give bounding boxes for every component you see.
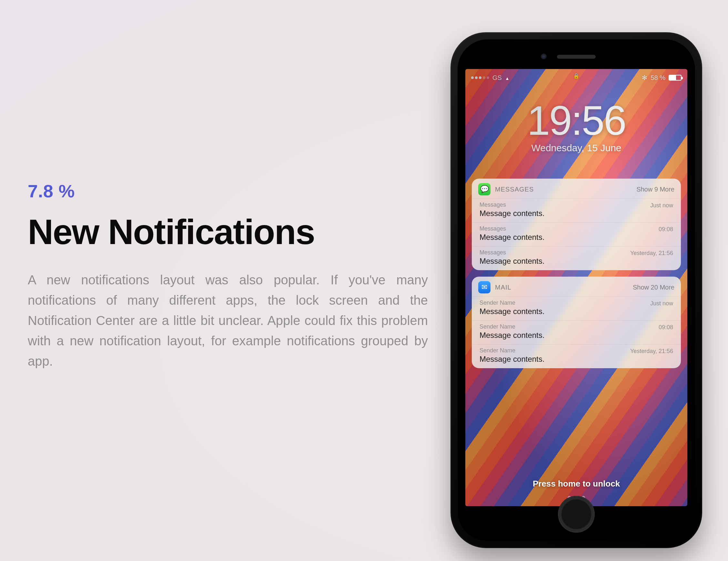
bluetooth-icon: ✻ <box>642 74 647 82</box>
clock-date: Wednesday, 15 June <box>465 143 687 154</box>
notif-body: Message contents. <box>480 307 673 316</box>
group-label: MAIL <box>495 284 628 291</box>
notif-body: Message contents. <box>480 209 673 218</box>
notif-time: Yesterday, 21:56 <box>630 348 673 355</box>
stat-percent: 7.8 % <box>28 181 428 202</box>
notif-sender: Sender Name <box>480 299 673 306</box>
notif-body: Message contents. <box>480 257 673 266</box>
notification-row[interactable]: Messages Message contents. Yesterday, 21… <box>472 246 681 270</box>
carrier-label: GS <box>492 74 502 82</box>
signal-dots-icon <box>471 76 489 79</box>
wifi-icon <box>505 74 510 82</box>
notif-sender: Messages <box>480 202 673 208</box>
show-more-link[interactable]: Show 20 More <box>633 284 674 291</box>
battery-percent: 58 % <box>651 74 665 82</box>
clock-time: 19:56 <box>465 100 687 141</box>
notif-time: Just now <box>650 202 673 209</box>
battery-icon <box>669 75 682 81</box>
headline: New Notifications <box>28 213 428 251</box>
mail-app-icon: ✉︎ <box>478 281 490 293</box>
notif-time: Just now <box>650 300 673 307</box>
notif-sender: Messages <box>480 226 673 232</box>
group-label: MESSAGES <box>495 186 632 193</box>
notif-time: 09:08 <box>659 324 673 331</box>
show-more-link[interactable]: Show 9 More <box>636 186 674 193</box>
notif-body: Message contents. <box>480 331 673 340</box>
status-bar: GS 🔒 ✻ 58 % <box>465 69 687 83</box>
notification-row[interactable]: Messages Message contents. Just now <box>472 199 681 223</box>
lock-icon: 🔒 <box>573 73 580 79</box>
article-copy: 7.8 % New Notifications A new notificati… <box>28 181 428 371</box>
notif-time: Yesterday, 21:56 <box>630 250 673 257</box>
clock: 19:56 Wednesday, 15 June <box>465 100 687 154</box>
notification-group-messages[interactable]: 💬 MESSAGES Show 9 More Messages Message … <box>472 179 681 270</box>
notif-time: 09:08 <box>659 226 673 233</box>
unlock-hint: Press home to unlock <box>465 479 687 489</box>
iphone-device: GS 🔒 ✻ 58 % 19:56 Wednesday, 15 June <box>450 32 702 548</box>
home-button[interactable] <box>558 496 595 533</box>
notification-row[interactable]: Sender Name Message contents. Yesterday,… <box>472 344 681 368</box>
notification-row[interactable]: Sender Name Message contents. Just now <box>472 296 681 320</box>
notification-group-mail[interactable]: ✉︎ MAIL Show 20 More Sender Name Message… <box>472 277 681 368</box>
front-camera <box>541 54 547 59</box>
notification-list: 💬 MESSAGES Show 9 More Messages Message … <box>472 179 681 368</box>
body-paragraph: A new notifications layout was also popu… <box>28 270 428 372</box>
notif-body: Message contents. <box>480 355 673 364</box>
earpiece <box>557 55 596 59</box>
notif-sender: Sender Name <box>480 323 673 330</box>
notification-row[interactable]: Messages Message contents. 09:08 <box>472 223 681 246</box>
lock-screen: GS 🔒 ✻ 58 % 19:56 Wednesday, 15 June <box>465 69 687 506</box>
messages-app-icon: 💬 <box>478 183 490 195</box>
notification-row[interactable]: Sender Name Message contents. 09:08 <box>472 320 681 344</box>
notif-body: Message contents. <box>480 233 673 242</box>
